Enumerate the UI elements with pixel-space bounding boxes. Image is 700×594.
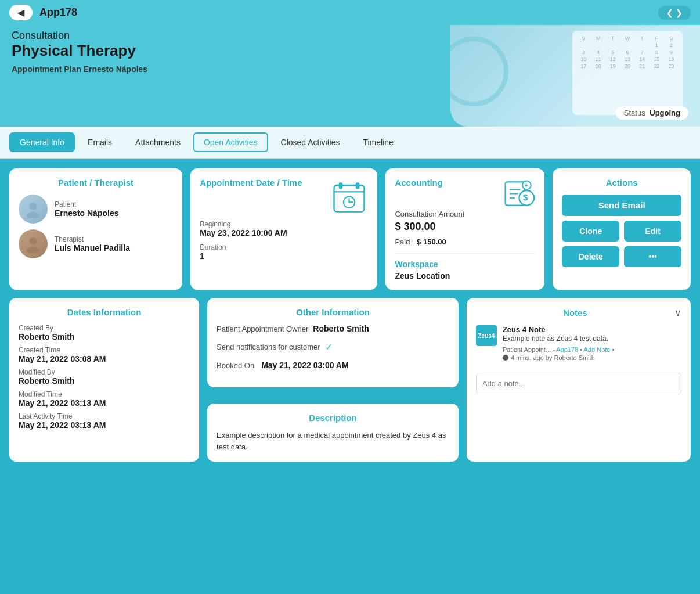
booked-on-value: May 21, 2022 03:00 AM [261,361,348,370]
main-content: Patient / Therapist Patient Ernesto Nápo… [0,159,700,594]
more-button[interactable]: ••• [624,246,681,267]
note-meta-link[interactable]: App178 [556,346,578,353]
svg-point-3 [27,247,39,253]
note-item: Zeus4 Zeus 4 Note Example note as Zeus 4… [476,325,681,361]
therapist-row: Therapist Luis Manuel Padilla [19,229,173,258]
clone-button[interactable]: Clone [562,221,619,242]
page-title: Physical Therapy [12,42,688,60]
paid-row: Paid $ 150.00 [395,237,535,246]
send-email-button[interactable]: Send Email [562,195,681,216]
description-title: Description [217,413,449,423]
header-content: Consultation Physical Therapy Appointmen… [12,30,688,74]
tab-open-activities[interactable]: Open Activities [193,132,268,152]
last-activity-value: May 21, 2022 03:13 AM [19,420,190,430]
svg-point-2 [30,237,37,245]
tab-timeline[interactable]: Timeline [352,132,403,152]
note-timestamp: 4 mins. ago by Roberto Smith [503,354,614,361]
nav-arrows-button[interactable]: ❮ ❯ [658,6,691,20]
clone-edit-row: Clone Edit [562,221,681,242]
tab-attachments[interactable]: Attachments [125,132,191,152]
patient-name: Ernesto Nápoles [55,208,118,218]
actions-title: Actions [562,178,681,188]
therapist-role-label: Therapist [55,235,130,243]
actions-card: Actions Send Email Clone Edit Delete ••• [553,168,691,290]
patient-info: Patient Ernesto Nápoles [55,200,118,218]
booked-on-label: Booked On [217,361,254,370]
modified-by-label: Modified By [19,368,190,376]
notes-expand-icon[interactable]: ∨ [674,307,681,318]
last-activity-label: Last Activity Time [19,412,190,420]
duration-value: 1 [200,251,368,261]
description-text: Example description for a medical appoin… [217,430,449,452]
note-add-link[interactable]: Add Note [584,346,611,353]
appointment-plan: Appointment Plan Ernesto Nápoles [12,64,688,74]
workspace-title: Workspace [395,260,535,269]
consultation-label: Consultation [12,30,688,42]
svg-rect-5 [339,182,343,189]
notifications-label: Send notifications for customer [217,343,320,351]
therapist-name: Luis Manuel Padilla [55,243,130,253]
therapist-avatar [19,229,48,258]
modified-time-value: May 21, 2022 03:13 AM [19,398,190,408]
back-button[interactable]: ◀ [9,5,33,20]
created-by-value: Roberto Smith [19,332,190,341]
patient-avatar [19,195,48,224]
notifications-check: ✓ [325,341,333,352]
patient-therapist-title: Patient / Therapist [19,178,173,188]
notifications-row: Send notifications for customer ✓ [217,341,449,352]
dates-info-card: Dates Information Created By Roberto Smi… [9,298,199,462]
header-section: SMTWTFS 12 3456789 10111213141516 171819… [0,25,700,127]
beginning-value: May 23, 2022 10:00 AM [200,228,368,237]
patient-row: Patient Ernesto Nápoles [19,195,173,224]
tab-general-info[interactable]: General Info [9,132,75,152]
note-content: Zeus 4 Note Example note as Zeus 4 test … [503,325,614,361]
accounting-icon: $ + [503,178,535,210]
svg-text:+: + [525,182,528,189]
top-nav: ◀ App178 ❮ ❯ [0,0,700,25]
calendar-icon [330,178,368,215]
svg-point-0 [30,203,37,210]
consult-amount-label: Consultation Amount [395,210,535,218]
patient-therapist-card: Patient / Therapist Patient Ernesto Nápo… [9,168,182,290]
delete-more-row: Delete ••• [562,246,681,267]
beginning-label: Beginning [200,220,368,228]
therapist-info: Therapist Luis Manuel Padilla [55,235,130,253]
created-by-label: Created By [19,324,190,332]
note-dot [503,355,508,361]
consult-amount-value: $ 300.00 [395,221,535,233]
zeus-logo: Zeus4 [476,325,497,346]
tab-emails[interactable]: Emails [77,132,122,152]
created-time-value: May 21, 2022 03:08 AM [19,354,190,363]
other-info-card: Other Information Patient Appointment Ow… [207,298,459,387]
delete-button[interactable]: Delete [562,246,619,267]
notes-title: Notes [476,308,674,318]
appointment-card: Appointment Date / Time Beginning May 23… [190,168,377,290]
workspace-section: Workspace Zeus Location [395,253,535,280]
workspace-value: Zeus Location [395,271,535,280]
app-title: App178 [39,6,77,19]
accounting-title: Accounting [395,178,443,188]
patient-role-label: Patient [55,200,118,208]
booked-on-row: Booked On May 21, 2022 03:00 AM [217,361,449,370]
svg-rect-6 [356,182,360,189]
dates-info-title: Dates Information [19,307,190,317]
description-card: Description Example description for a me… [207,404,459,462]
cards-row-1: Patient / Therapist Patient Ernesto Nápo… [9,168,691,290]
add-note-input[interactable] [476,373,681,394]
accounting-card: Accounting $ + Consultation Amount $ 300… [385,168,544,290]
note-title: Zeus 4 Note [503,325,614,334]
modified-time-label: Modified Time [19,390,190,398]
other-info-title: Other Information [217,307,449,317]
owner-row: Patient Appointment Owner Roberto Smith [217,324,449,333]
edit-button[interactable]: Edit [624,221,681,242]
tab-closed-activities[interactable]: Closed Activities [270,132,351,152]
created-time-label: Created Time [19,346,190,354]
status-badge: Status Upgoing [616,106,688,120]
note-body: Example note as Zeus 4 test data. [503,334,614,344]
notes-card: Notes ∨ Zeus4 Zeus 4 Note Example note a… [467,298,691,462]
svg-point-1 [27,212,39,218]
modified-by-value: Roberto Smith [19,376,190,386]
owner-label: Patient Appointment Owner [217,325,308,333]
middle-column: Other Information Patient Appointment Ow… [207,298,459,462]
duration-label: Duration [200,243,368,251]
